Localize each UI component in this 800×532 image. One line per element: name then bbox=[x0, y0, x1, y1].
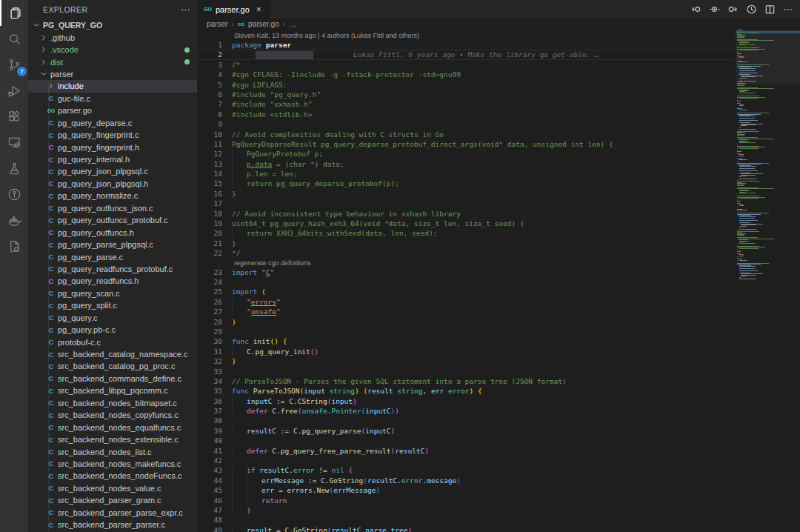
tree-folder-.github[interactable]: .github bbox=[28, 31, 197, 43]
code-line-49[interactable]: 49result = C.GoString(resultC.parse_tree… bbox=[197, 525, 736, 532]
tree-file-pg-query.c[interactable]: Cpg_query.c bbox=[28, 312, 197, 324]
code-line-27[interactable]: 27"unsafe" bbox=[197, 307, 736, 316]
tree-folder-.vscode[interactable]: .vscode bbox=[28, 44, 197, 56]
code-line-41[interactable]: 41defer C.pg_query_free_parse_result(res… bbox=[197, 446, 736, 456]
tree-file-src-backend-catalog-pg-proc.c[interactable]: Csrc_backend_catalog_pg_proc.c bbox=[28, 360, 197, 372]
tree-file-pg-query-readfuncs.h[interactable]: Cpg_query_readfuncs.h bbox=[28, 275, 197, 287]
code-line-6[interactable]: 6#include "pg_query.h" bbox=[197, 90, 736, 99]
tree-folder-parser[interactable]: parser bbox=[28, 68, 197, 80]
open-changes-icon[interactable] bbox=[708, 4, 720, 16]
tree-file-pg-query-split.c[interactable]: Cpg_query_split.c bbox=[28, 299, 197, 311]
codelens-regenerate-cgo[interactable]: regenerate cgo definitions bbox=[197, 259, 736, 267]
code-line-19[interactable]: 19uint64_t pg_query_hash_xxh3_64(void *d… bbox=[197, 219, 736, 228]
tree-folder-dist[interactable]: dist bbox=[28, 56, 197, 67]
tree-file-pg-query-parse.c[interactable]: Cpg_query_parse.c bbox=[28, 250, 197, 262]
tree-file-protobuf-c.c[interactable]: Cprotobuf-c.c bbox=[28, 336, 197, 348]
tree-file-pg-query-normalize.c[interactable]: Cpg_query_normalize.c bbox=[28, 190, 197, 202]
tree-file-src-backend-commands-define.c[interactable]: Csrc_backend_commands_define.c bbox=[28, 373, 197, 385]
code-line-39[interactable]: 39resultC := C.pg_query_parse(inputC) bbox=[197, 426, 736, 436]
tree-file-pg-query-internal.h[interactable]: Cpg_query_internal.h bbox=[28, 153, 197, 165]
tree-file-pg-query-outfuncs.h[interactable]: Cpg_query_outfuncs.h bbox=[28, 226, 197, 238]
code-line-31[interactable]: 31C.pg_query_init() bbox=[197, 347, 736, 356]
next-change-icon[interactable] bbox=[727, 4, 739, 16]
code-line-1[interactable]: 1package parser bbox=[197, 40, 736, 50]
tree-file-src-backend-parser-parse-expr.c[interactable]: Csrc_backend_parser_parse_expr.c bbox=[28, 507, 197, 519]
code-line-3[interactable]: 3/* bbox=[197, 60, 736, 70]
code-line-47[interactable]: 47} bbox=[197, 505, 736, 515]
tree-file-pg-query-outfuncs-protobuf.c[interactable]: Cpg_query_outfuncs_protobuf.c bbox=[28, 214, 197, 226]
tree-file-pg-query-json-plpgsql.c[interactable]: Cpg_query_json_plpgsql.c bbox=[28, 165, 197, 177]
code-line-43[interactable]: 43if resultC.error != nil { bbox=[197, 465, 736, 475]
code-line-30[interactable]: 30func init() { bbox=[197, 336, 736, 346]
tree-file-src-backend-nodes-extensible.c[interactable]: Csrc_backend_nodes_extensible.c bbox=[28, 433, 197, 445]
code-line-17[interactable]: 17 bbox=[197, 199, 736, 208]
tab-close-icon[interactable]: × bbox=[256, 4, 261, 15]
split-editor-icon[interactable] bbox=[764, 4, 776, 16]
code-line-8[interactable]: 8#include <stdlib.h> bbox=[197, 110, 736, 119]
breadcrumb-item[interactable]: parser bbox=[207, 20, 227, 28]
code-line-21[interactable]: 21} bbox=[197, 239, 736, 248]
tree-file-pg-query-deparse.c[interactable]: Cpg_query_deparse.c bbox=[28, 117, 197, 129]
code-line-5[interactable]: 5#cgo LDFLAGS: bbox=[197, 80, 736, 90]
code-line-44[interactable]: 44errMessage := C.GoString(resultC.error… bbox=[197, 476, 736, 485]
code-line-29[interactable]: 29 bbox=[197, 327, 736, 336]
code-editor[interactable]: Steven Kalt, 13 months ago | 4 authors (… bbox=[197, 30, 736, 532]
codelens-authors[interactable]: Steven Kalt, 13 months ago | 4 authors (… bbox=[197, 31, 736, 40]
activity-source-control-icon[interactable]: 7 bbox=[0, 52, 28, 78]
code-line-36[interactable]: 36inputC := C.CString(input) bbox=[197, 396, 736, 406]
tree-file-pg-query-fingerprint.c[interactable]: Cpg_query_fingerprint.c bbox=[28, 129, 197, 141]
code-line-11[interactable]: 11PgQueryDeparseResult pg_query_deparse_… bbox=[197, 139, 736, 149]
code-line-22[interactable]: 22*/ bbox=[197, 248, 736, 258]
tree-file-src-backend-libpq-pqcomm.c[interactable]: Csrc_backend_libpq_pqcomm.c bbox=[28, 385, 197, 396]
code-line-24[interactable]: 24 bbox=[197, 277, 736, 287]
breadcrumb-item[interactable]: … bbox=[289, 20, 296, 28]
tree-file-pg-query.pb-c.c[interactable]: Cpg_query.pb-c.c bbox=[28, 324, 197, 336]
code-line-32[interactable]: 32} bbox=[197, 356, 736, 366]
code-line-16[interactable]: 16} bbox=[197, 189, 736, 199]
code-line-37[interactable]: 37defer C.free(unsafe.Pointer(inputC)) bbox=[197, 406, 736, 416]
breadcrumb-item[interactable]: parser.go bbox=[248, 20, 279, 28]
tree-file-pg-query-scan.c[interactable]: Cpg_query_scan.c bbox=[28, 287, 197, 299]
code-line-38[interactable]: 38 bbox=[197, 416, 736, 425]
activity-extensions-icon[interactable] bbox=[0, 104, 28, 130]
tree-file-pg-query-fingerprint.h[interactable]: Cpg_query_fingerprint.h bbox=[28, 141, 197, 153]
previous-change-icon[interactable] bbox=[690, 4, 701, 16]
code-line-25[interactable]: 25import ( bbox=[197, 287, 736, 296]
tree-file-src-backend-nodes-list.c[interactable]: Csrc_backend_nodes_list.c bbox=[28, 445, 197, 457]
code-line-15[interactable]: 15return pg_query_deparse_protobuf(p); bbox=[197, 179, 736, 188]
code-line-9[interactable]: 9 bbox=[197, 119, 736, 129]
tree-file-src-backend-parser-gram.c[interactable]: Csrc_backend_parser_gram.c bbox=[28, 494, 197, 506]
code-line-48[interactable]: 48 bbox=[197, 515, 736, 525]
code-line-33[interactable]: 33 bbox=[197, 367, 736, 376]
code-line-42[interactable]: 42 bbox=[197, 456, 736, 465]
file-history-icon[interactable] bbox=[745, 4, 757, 16]
activity-docker-icon[interactable] bbox=[0, 207, 28, 233]
tree-file-pg-query-readfuncs-protobuf.c[interactable]: Cpg_query_readfuncs_protobuf.c bbox=[28, 263, 197, 275]
code-line-2[interactable]: 2Lukas Fittl, 6 years ago • Make the lib… bbox=[197, 50, 736, 59]
code-line-40[interactable]: 40 bbox=[197, 436, 736, 445]
more-actions-icon[interactable]: ⋯ bbox=[782, 4, 794, 16]
tab-parser-go[interactable]: GO parser.go × bbox=[197, 0, 269, 19]
code-line-46[interactable]: 46return bbox=[197, 496, 736, 505]
minimap[interactable] bbox=[736, 30, 800, 532]
code-line-18[interactable]: 18// Avoid inconsistent type behaviour i… bbox=[197, 209, 736, 219]
activity-remote-explorer-icon[interactable] bbox=[0, 130, 28, 156]
tree-file-src-backend-nodes-equalfuncs.c[interactable]: Csrc_backend_nodes_equalfuncs.c bbox=[28, 421, 197, 433]
code-line-34[interactable]: 34// ParseToJSON - Parses the given SQL … bbox=[197, 376, 736, 386]
tree-file-src-backend-catalog-namespace.c[interactable]: Csrc_backend_catalog_namespace.c bbox=[28, 348, 197, 360]
code-line-20[interactable]: 20return XXH3_64bits_withSeed(data, len,… bbox=[197, 228, 736, 238]
code-line-13[interactable]: 13p.data = (char *) data; bbox=[197, 159, 736, 169]
code-line-35[interactable]: 35func ParseToJSON(input string) (result… bbox=[197, 386, 736, 396]
tree-file-src-backend-parser-parser.c[interactable]: Csrc_backend_parser_parser.c bbox=[28, 519, 197, 531]
code-line-7[interactable]: 7#include "xxhash.h" bbox=[197, 99, 736, 109]
tree-file-pg-query-parse-plpgsql.c[interactable]: Cpg_query_parse_plpgsql.c bbox=[28, 239, 197, 250]
tree-file-parser.go[interactable]: GOparser.go bbox=[28, 104, 197, 116]
tree-file-pg-query-outfuncs-json.c[interactable]: Cpg_query_outfuncs_json.c bbox=[28, 202, 197, 214]
activity-run-debug-icon[interactable] bbox=[0, 78, 28, 104]
code-line-4[interactable]: 4#cgo CFLAGS: -Iinclude -g -fstack-prote… bbox=[197, 70, 736, 79]
tree-file-src-backend-nodes-nodefuncs.c[interactable]: Csrc_backend_nodes_nodeFuncs.c bbox=[28, 470, 197, 482]
tree-folder-pg-query-go[interactable]: PG_QUERY_GO bbox=[28, 19, 197, 31]
tree-file-src-backend-nodes-bitmapset.c[interactable]: Csrc_backend_nodes_bitmapset.c bbox=[28, 397, 197, 409]
tree-file-src-backend-nodes-value.c[interactable]: Csrc_backend_nodes_value.c bbox=[28, 482, 197, 494]
code-line-10[interactable]: 10// Avoid complexities dealing with C s… bbox=[197, 130, 736, 139]
